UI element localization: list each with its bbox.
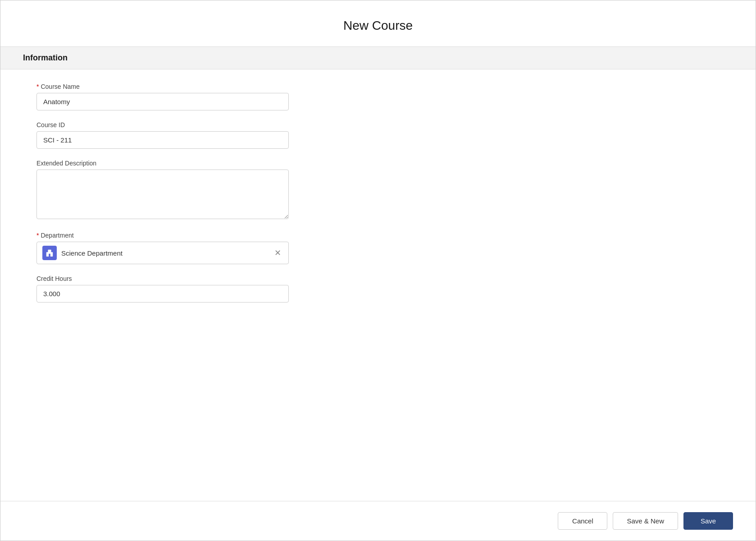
department-value: Science Department bbox=[61, 249, 123, 257]
course-name-required: * bbox=[36, 83, 39, 90]
course-id-input[interactable] bbox=[36, 131, 289, 149]
svg-rect-5 bbox=[47, 255, 49, 256]
department-clear-button[interactable]: ✕ bbox=[273, 248, 283, 258]
department-icon bbox=[42, 246, 57, 260]
extended-description-input[interactable] bbox=[36, 170, 289, 219]
department-group: *Department Science Department bbox=[36, 232, 289, 264]
course-name-group: *Course Name bbox=[36, 83, 289, 110]
svg-rect-3 bbox=[47, 253, 49, 254]
footer: Cancel Save & New Save bbox=[0, 501, 756, 541]
svg-rect-6 bbox=[51, 255, 52, 256]
department-inner: Science Department bbox=[42, 246, 123, 260]
course-name-label: *Course Name bbox=[36, 83, 289, 90]
svg-rect-1 bbox=[48, 250, 51, 252]
department-field[interactable]: Science Department ✕ bbox=[36, 242, 289, 264]
page-title: New Course bbox=[0, 0, 756, 46]
course-id-group: Course ID bbox=[36, 121, 289, 149]
building-icon bbox=[46, 249, 54, 257]
extended-description-label: Extended Description bbox=[36, 160, 289, 167]
credit-hours-label: Credit Hours bbox=[36, 275, 289, 282]
credit-hours-group: Credit Hours bbox=[36, 275, 289, 303]
save-new-button[interactable]: Save & New bbox=[613, 512, 678, 530]
course-id-label: Course ID bbox=[36, 121, 289, 128]
save-button[interactable]: Save bbox=[683, 512, 733, 530]
svg-rect-2 bbox=[49, 254, 50, 257]
course-name-input[interactable] bbox=[36, 93, 289, 110]
section-header: Information bbox=[0, 46, 756, 69]
credit-hours-input[interactable] bbox=[36, 285, 289, 303]
svg-rect-4 bbox=[51, 253, 52, 254]
department-label: *Department bbox=[36, 232, 289, 239]
cancel-button[interactable]: Cancel bbox=[558, 512, 607, 530]
department-required: * bbox=[36, 232, 39, 239]
extended-description-group: Extended Description bbox=[36, 160, 289, 221]
